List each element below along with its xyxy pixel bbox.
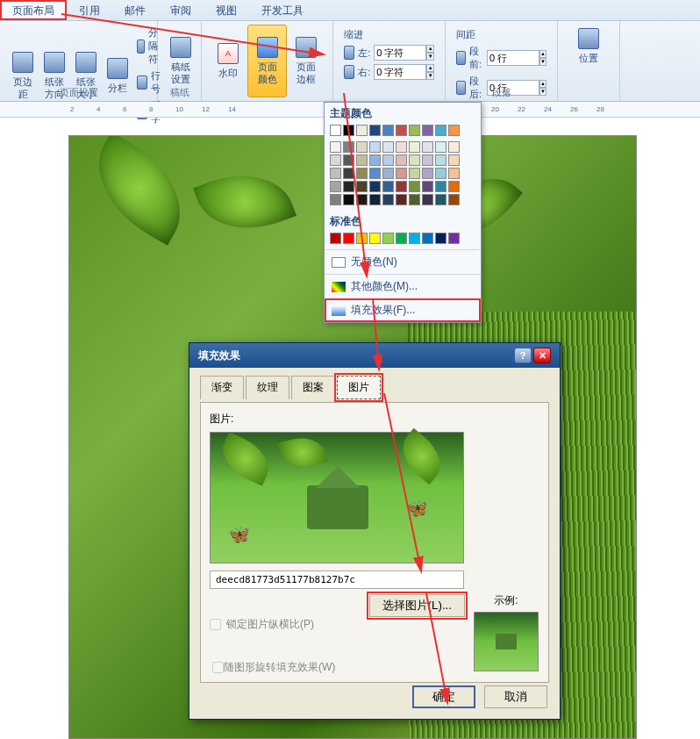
spacing-before-input[interactable] [487,50,539,66]
color-swatch[interactable] [382,154,394,166]
color-swatch[interactable] [396,141,407,153]
spin-up[interactable]: ▲ [539,50,546,58]
tab-mailings[interactable]: 邮件 [112,0,158,20]
color-swatch[interactable] [343,141,354,153]
more-colors-item[interactable]: 其他颜色(M)... [325,274,481,298]
color-swatch[interactable] [422,154,433,166]
spin-up[interactable]: ▲ [426,45,434,53]
color-swatch[interactable] [382,233,394,244]
color-swatch[interactable] [343,181,354,192]
color-swatch[interactable] [435,125,446,136]
color-swatch[interactable] [356,154,368,166]
color-swatch[interactable] [369,181,381,192]
spin-down[interactable]: ▼ [426,53,434,61]
ok-button[interactable]: 确定 [412,685,475,708]
color-swatch[interactable] [409,154,420,166]
color-swatch[interactable] [343,125,354,136]
color-swatch[interactable] [343,154,354,166]
color-swatch[interactable] [448,141,460,153]
spin-up[interactable]: ▲ [426,64,434,72]
tab-review[interactable]: 审阅 [158,0,204,20]
color-swatch[interactable] [382,194,394,205]
tab-texture[interactable]: 纹理 [246,376,289,399]
spin-down[interactable]: ▼ [539,58,546,66]
color-swatch[interactable] [396,181,407,192]
fill-effects-item[interactable]: 填充效果(F)... [325,298,481,322]
color-swatch[interactable] [435,233,446,244]
color-swatch[interactable] [330,125,341,136]
page-color-button[interactable]: 页面颜色 [247,25,287,97]
color-swatch[interactable] [448,154,460,166]
color-swatch[interactable] [343,194,354,205]
color-swatch[interactable] [356,233,368,244]
color-swatch[interactable] [330,233,341,244]
spin-down[interactable]: ▼ [426,72,434,80]
color-swatch[interactable] [396,233,407,244]
color-swatch[interactable] [448,168,460,179]
color-swatch[interactable] [409,194,420,205]
tab-developer[interactable]: 开发工具 [249,0,316,20]
color-swatch[interactable] [422,168,433,179]
tab-pattern[interactable]: 图案 [291,376,335,399]
tab-references[interactable]: 引用 [67,0,112,20]
color-swatch[interactable] [330,168,341,179]
color-swatch[interactable] [356,168,368,179]
color-swatch[interactable] [382,141,394,153]
color-swatch[interactable] [422,233,433,244]
color-swatch[interactable] [396,194,407,205]
tab-view[interactable]: 视图 [204,0,249,20]
dialog-titlebar[interactable]: 填充效果 ? ✕ [189,343,560,368]
color-swatch[interactable] [435,181,446,192]
color-swatch[interactable] [369,154,381,166]
dialog-help-button[interactable]: ? [514,348,532,363]
color-swatch[interactable] [448,233,460,244]
color-swatch[interactable] [409,181,420,192]
color-swatch[interactable] [356,194,368,205]
no-color-item[interactable]: 无颜色(N) [325,249,481,274]
color-swatch[interactable] [435,141,446,153]
color-swatch[interactable] [409,168,420,179]
color-swatch[interactable] [382,125,394,136]
color-swatch[interactable] [448,194,460,205]
color-swatch[interactable] [422,125,433,136]
color-swatch[interactable] [409,141,420,153]
select-picture-button[interactable]: 选择图片(L)... [369,594,465,617]
page-borders-button[interactable]: 页面边框 [287,25,325,97]
color-swatch[interactable] [343,168,354,179]
color-swatch[interactable] [343,233,354,244]
color-swatch[interactable] [435,194,446,205]
color-swatch[interactable] [369,233,381,244]
color-swatch[interactable] [369,168,381,179]
color-swatch[interactable] [422,194,433,205]
color-swatch[interactable] [330,181,341,192]
color-swatch[interactable] [330,141,341,153]
tab-picture[interactable]: 图片 [337,376,381,399]
tab-gradient[interactable]: 渐变 [200,376,244,399]
color-swatch[interactable] [330,194,341,205]
color-swatch[interactable] [409,125,420,136]
color-swatch[interactable] [356,181,368,192]
color-swatch[interactable] [396,154,407,166]
color-swatch[interactable] [435,168,446,179]
dialog-close-button[interactable]: ✕ [533,348,551,363]
color-swatch[interactable] [422,141,433,153]
color-swatch[interactable] [422,181,433,192]
color-swatch[interactable] [369,125,381,136]
cancel-button[interactable]: 取消 [484,685,547,708]
indent-left-input[interactable] [374,45,426,61]
color-swatch[interactable] [448,181,460,192]
color-swatch[interactable] [448,125,460,136]
tab-page-layout[interactable]: 页面布局 [0,0,67,20]
indent-right-input[interactable] [374,64,426,80]
position-button[interactable]: 位置 [567,25,611,68]
color-swatch[interactable] [369,141,381,153]
color-swatch[interactable] [435,154,446,166]
color-swatch[interactable] [330,154,341,166]
color-swatch[interactable] [382,168,394,179]
color-swatch[interactable] [369,194,381,205]
color-swatch[interactable] [409,233,420,244]
color-swatch[interactable] [382,181,394,192]
color-swatch[interactable] [356,125,368,136]
color-swatch[interactable] [396,125,407,136]
color-swatch[interactable] [396,168,407,179]
